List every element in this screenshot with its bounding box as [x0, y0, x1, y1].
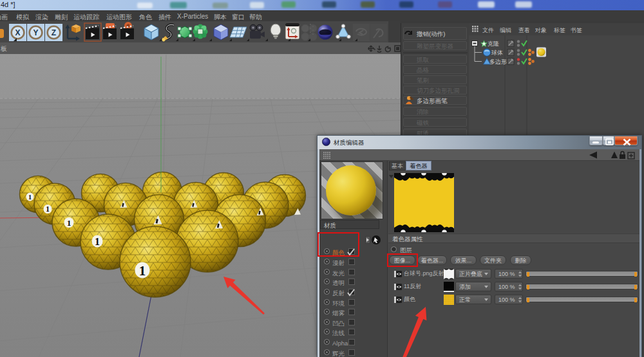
svg-text:1: 1 — [28, 193, 32, 201]
svg-text:1: 1 — [95, 236, 100, 247]
svg-text:Y: Y — [33, 28, 38, 37]
svg-text:1: 1 — [139, 263, 146, 279]
svg-text:球体: 球体 — [491, 50, 503, 56]
svg-text:1: 1 — [46, 205, 50, 214]
svg-text:克隆: 克隆 — [488, 41, 499, 47]
svg-text:X: X — [15, 28, 20, 37]
svg-text:多边形: 多边形 — [489, 59, 507, 65]
svg-text:1: 1 — [67, 218, 71, 228]
svg-text:Z: Z — [52, 28, 56, 37]
